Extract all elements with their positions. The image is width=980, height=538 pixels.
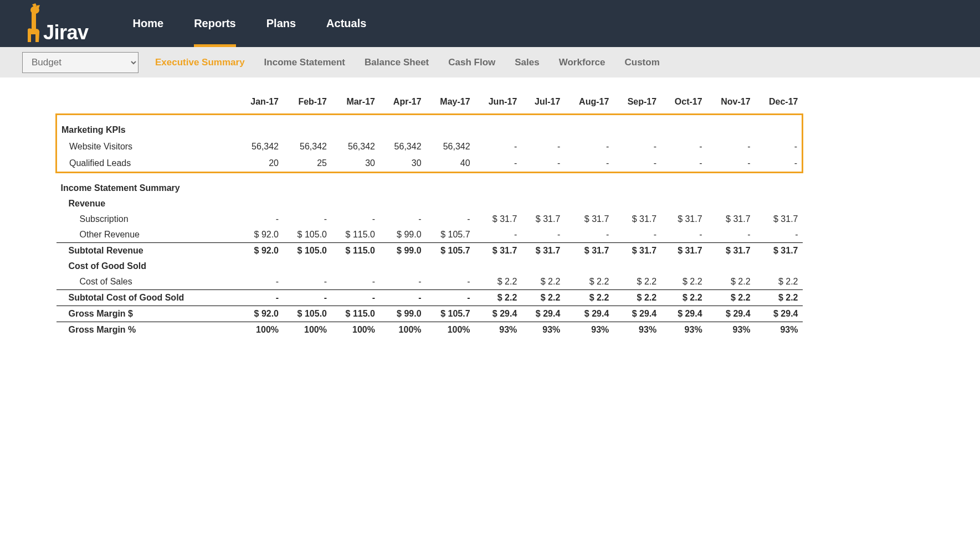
- nav-actuals[interactable]: Actuals: [326, 0, 366, 47]
- tab-cash-flow[interactable]: Cash Flow: [448, 57, 495, 68]
- sub-navbar: Budget Executive Summary Income Statemen…: [0, 47, 980, 77]
- tab-balance-sheet[interactable]: Balance Sheet: [365, 57, 429, 68]
- giraffe-icon: [17, 3, 41, 44]
- label-cost-of-sales: Cost of Sales: [57, 274, 237, 290]
- primary-nav: Home Reports Plans Actuals: [133, 0, 367, 47]
- tab-executive-summary[interactable]: Executive Summary: [155, 57, 245, 68]
- svg-rect-1: [32, 11, 36, 31]
- marketing-kpis-section: Marketing KPIs Website Visitors 56,342 5…: [57, 115, 803, 173]
- row-subscription: Subscription - - - - - $ 31.7 $ 31.7 $ 3…: [57, 211, 803, 227]
- nav-plans[interactable]: Plans: [266, 0, 296, 47]
- row-qualified-leads: Qualified Leads 20 25 30 30 40 - - - - -…: [57, 155, 803, 173]
- row-gross-margin-pct: Gross Margin % 100% 100% 100% 100% 100% …: [57, 322, 803, 338]
- label-cogs: Cost of Good Sold: [57, 258, 237, 274]
- label-gross-margin-amt: Gross Margin $: [57, 306, 237, 322]
- row-cogs-header: Cost of Good Sold: [57, 258, 803, 274]
- col-sep: Sep-17: [613, 94, 661, 115]
- marketing-kpis-title: Marketing KPIs: [57, 115, 237, 139]
- col-aug: Aug-17: [565, 94, 613, 115]
- tab-income-statement[interactable]: Income Statement: [264, 57, 345, 68]
- col-may: May-17: [426, 94, 475, 115]
- col-jan: Jan-17: [237, 94, 283, 115]
- marketing-kpis-header: Marketing KPIs: [57, 115, 803, 139]
- col-nov: Nov-17: [707, 94, 755, 115]
- tab-workforce[interactable]: Workforce: [559, 57, 606, 68]
- label-qualified-leads: Qualified Leads: [57, 155, 237, 173]
- label-website-visitors: Website Visitors: [57, 138, 237, 155]
- top-navbar: Jirav Home Reports Plans Actuals: [0, 0, 980, 47]
- report-content: Jan-17 Feb-17 Mar-17 Apr-17 May-17 Jun-1…: [0, 77, 820, 360]
- row-cost-of-sales: Cost of Sales - - - - - $ 2.2 $ 2.2 $ 2.…: [57, 274, 803, 290]
- report-tabs: Executive Summary Income Statement Balan…: [155, 57, 660, 68]
- col-apr: Apr-17: [379, 94, 426, 115]
- row-gross-margin-amt: Gross Margin $ $ 92.0 $ 105.0 $ 115.0 $ …: [57, 306, 803, 322]
- col-jul: Jul-17: [521, 94, 565, 115]
- nav-reports[interactable]: Reports: [194, 0, 236, 47]
- label-subtotal-cogs: Subtotal Cost of Good Sold: [57, 290, 237, 306]
- label-subscription: Subscription: [57, 211, 237, 227]
- report-table: Jan-17 Feb-17 Mar-17 Apr-17 May-17 Jun-1…: [55, 94, 803, 338]
- tab-sales[interactable]: Sales: [515, 57, 539, 68]
- brand-logo: Jirav: [17, 3, 89, 44]
- income-statement-header: Income Statement Summary: [57, 173, 803, 196]
- row-website-visitors: Website Visitors 56,342 56,342 56,342 56…: [57, 138, 803, 155]
- nav-home[interactable]: Home: [133, 0, 164, 47]
- plan-select[interactable]: Budget: [22, 52, 138, 73]
- row-other-revenue: Other Revenue $ 92.0 $ 105.0 $ 115.0 $ 9…: [57, 227, 803, 243]
- row-subtotal-revenue: Subtotal Revenue $ 92.0 $ 105.0 $ 115.0 …: [57, 243, 803, 259]
- col-oct: Oct-17: [661, 94, 706, 115]
- row-revenue-header: Revenue: [57, 196, 803, 211]
- income-statement-section: Income Statement Summary Revenue Subscri…: [57, 173, 803, 338]
- table-header-row: Jan-17 Feb-17 Mar-17 Apr-17 May-17 Jun-1…: [57, 94, 803, 115]
- col-feb: Feb-17: [283, 94, 331, 115]
- label-subtotal-revenue: Subtotal Revenue: [57, 243, 237, 259]
- tab-custom[interactable]: Custom: [624, 57, 659, 68]
- col-mar: Mar-17: [331, 94, 379, 115]
- label-gross-margin-pct: Gross Margin %: [57, 322, 237, 338]
- table-header-blank: [57, 94, 237, 115]
- label-other-revenue: Other Revenue: [57, 227, 237, 243]
- label-revenue: Revenue: [57, 196, 237, 211]
- brand-name: Jirav: [43, 21, 89, 44]
- col-jun: Jun-17: [475, 94, 522, 115]
- income-statement-title: Income Statement Summary: [57, 173, 237, 196]
- row-subtotal-cogs: Subtotal Cost of Good Sold - - - - - $ 2…: [57, 290, 803, 306]
- col-dec: Dec-17: [755, 94, 803, 115]
